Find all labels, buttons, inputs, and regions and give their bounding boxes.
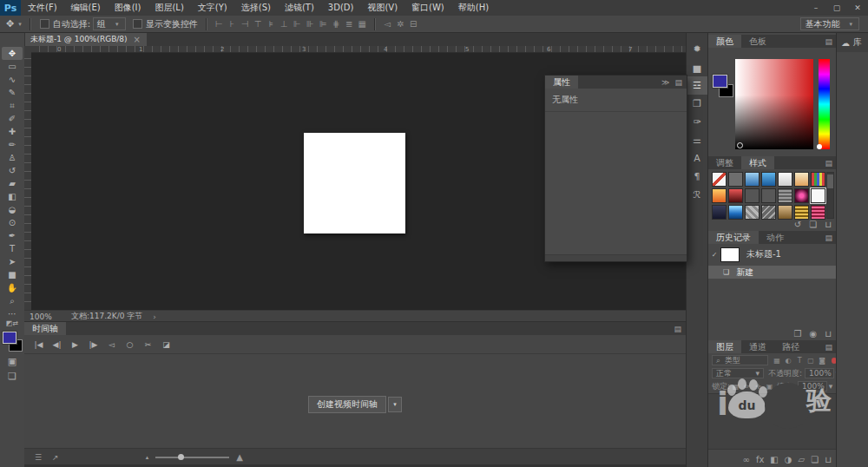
tab-layers[interactable]: 图层: [708, 340, 741, 353]
distribute-bottom-icon[interactable]: ⊫: [317, 19, 330, 29]
new-group-button[interactable]: ▱: [799, 455, 806, 464]
quick-mask-button[interactable]: ▣: [0, 356, 24, 367]
menu-help[interactable]: 帮助(H): [451, 0, 496, 16]
crop-tool[interactable]: ⌗: [2, 99, 23, 112]
style-swatch[interactable]: [811, 205, 825, 220]
zoom-out-icon[interactable]: ▴: [146, 454, 149, 461]
paragraph-panel-icon[interactable]: ¶: [687, 168, 708, 186]
libraries-header[interactable]: ☁ 库: [837, 33, 868, 52]
menu-view[interactable]: 视图(V): [360, 0, 404, 16]
next-frame-button[interactable]: |▶: [84, 340, 102, 349]
lasso-tool[interactable]: ∿: [2, 73, 23, 86]
quick-selection-tool[interactable]: ✎: [2, 86, 23, 99]
saturation-brightness-field[interactable]: [735, 59, 813, 149]
filter-adjustment-layers-icon[interactable]: ◐: [783, 357, 794, 365]
3d-camera-icon[interactable]: ⊟: [407, 19, 420, 29]
minimize-button[interactable]: –: [806, 1, 826, 15]
clone-source-panel-icon[interactable]: ❐: [687, 95, 708, 113]
blend-mode-dropdown[interactable]: 正常 ▾: [712, 368, 764, 378]
style-swatch[interactable]: [811, 188, 825, 203]
default-colors-icon[interactable]: ◩⇄: [0, 319, 24, 327]
style-swatch[interactable]: [778, 172, 792, 187]
create-timeline-dropdown-icon[interactable]: ▾: [388, 397, 402, 412]
properties-panel-icon[interactable]: ☲: [687, 76, 708, 95]
scrollbar[interactable]: [826, 172, 834, 219]
close-button[interactable]: ✕: [847, 1, 868, 15]
tab-actions[interactable]: 动作: [759, 231, 792, 244]
filter-shape-layers-icon[interactable]: ▢: [806, 357, 817, 365]
collapse-panel-icon[interactable]: ≫: [661, 78, 669, 87]
foreground-color-swatch[interactable]: [3, 332, 16, 344]
history-snapshot-row[interactable]: ✓ 未标题-1: [708, 247, 837, 262]
delete-state-button[interactable]: ⊔: [825, 329, 832, 339]
style-swatch-none[interactable]: [712, 172, 727, 187]
auto-align-layers-icon[interactable]: ▦: [356, 19, 369, 29]
document-tab[interactable]: 未标题-1 @ 100%(RGB/8) ×: [24, 33, 147, 46]
tab-color[interactable]: 颜色: [708, 35, 741, 48]
tab-adjustments[interactable]: 调整: [708, 156, 741, 169]
color-field-marker[interactable]: [737, 142, 743, 148]
previous-frame-button[interactable]: ◀|: [48, 340, 66, 349]
style-swatch[interactable]: [761, 205, 776, 220]
character-panel-icon[interactable]: A: [687, 149, 708, 168]
edit-toolbar-button[interactable]: ⋯: [2, 307, 23, 320]
menu-select[interactable]: 选择(S): [234, 0, 278, 16]
opacity-field[interactable]: 100% ▾: [805, 368, 834, 378]
tab-swatches[interactable]: 色板: [741, 35, 774, 48]
link-layers-button[interactable]: ∞: [743, 455, 750, 464]
rectangle-tool[interactable]: ■: [2, 268, 23, 281]
style-swatch[interactable]: [728, 188, 743, 203]
align-left-edges-icon[interactable]: ⊢: [213, 19, 226, 29]
eraser-tool[interactable]: ▰: [2, 177, 23, 190]
pen-tool[interactable]: ✒: [2, 229, 23, 242]
menu-type[interactable]: 文字(Y): [191, 0, 234, 16]
style-swatch[interactable]: [794, 172, 809, 187]
zoom-tool[interactable]: ⌕: [2, 294, 23, 307]
hue-slider-marker[interactable]: [817, 144, 822, 149]
style-swatch[interactable]: [745, 205, 760, 220]
layer-filter-dropdown[interactable]: ⌕ 类型: [712, 355, 768, 365]
adjustments-panel-icon[interactable]: ✹: [687, 40, 708, 58]
menu-layer[interactable]: 图层(L): [148, 0, 190, 16]
new-snapshot-button[interactable]: ◉: [809, 329, 817, 339]
scrollbar-thumb[interactable]: [827, 174, 833, 188]
workspace-dropdown[interactable]: 基本功能 ▾: [800, 17, 859, 30]
filter-type-layers-icon[interactable]: T: [794, 357, 806, 365]
status-options-arrow[interactable]: ›: [153, 312, 156, 321]
show-transform-checkbox[interactable]: [133, 19, 142, 29]
document-canvas[interactable]: [304, 133, 405, 234]
current-tool-icon[interactable]: ✥: [4, 18, 16, 30]
audio-mute-icon[interactable]: ◅: [381, 19, 394, 29]
auto-select-checkbox[interactable]: [40, 19, 49, 29]
style-swatch[interactable]: [778, 188, 792, 203]
history-source-checkbox[interactable]: ✓: [708, 251, 720, 259]
style-swatch[interactable]: [761, 188, 776, 203]
filter-smart-objects-icon[interactable]: ◙: [817, 357, 828, 365]
new-layer-button[interactable]: ❏: [811, 455, 819, 464]
menu-image[interactable]: 图像(I): [108, 0, 148, 16]
layer-style-button[interactable]: fx: [756, 455, 764, 464]
lock-pixels-icon[interactable]: ✏: [741, 383, 753, 391]
tool-preset-caret-icon[interactable]: ▾: [16, 21, 24, 28]
zoom-level-field[interactable]: 100%: [24, 312, 71, 321]
path-selection-tool[interactable]: ➤: [2, 255, 23, 268]
panel-menu-icon[interactable]: ▤: [825, 234, 832, 242]
style-swatch[interactable]: [712, 188, 727, 203]
tab-paths[interactable]: 路径: [774, 340, 807, 353]
align-vertical-centers-icon[interactable]: ⊧: [265, 19, 278, 29]
style-swatch[interactable]: [728, 205, 743, 220]
tab-timeline[interactable]: 时间轴: [24, 322, 66, 335]
tool-presets-panel-icon[interactable]: ⚌: [687, 131, 708, 149]
distribute-horizontal-centers-icon[interactable]: ≣: [343, 19, 356, 29]
first-frame-button[interactable]: |◀: [30, 340, 48, 349]
panel-menu-icon[interactable]: ▤: [825, 343, 832, 352]
new-document-from-state-button[interactable]: ❐: [793, 329, 801, 339]
tab-styles[interactable]: 样式: [741, 156, 774, 169]
convert-timeline-icon[interactable]: ↗: [52, 453, 59, 462]
style-swatch[interactable]: [794, 188, 809, 203]
brush-tool[interactable]: ✏: [2, 138, 23, 151]
hue-slider[interactable]: [819, 59, 830, 149]
style-swatch[interactable]: [761, 172, 776, 187]
delete-style-button[interactable]: ⊔: [825, 220, 832, 229]
eyedropper-tool[interactable]: ✐: [2, 112, 23, 125]
